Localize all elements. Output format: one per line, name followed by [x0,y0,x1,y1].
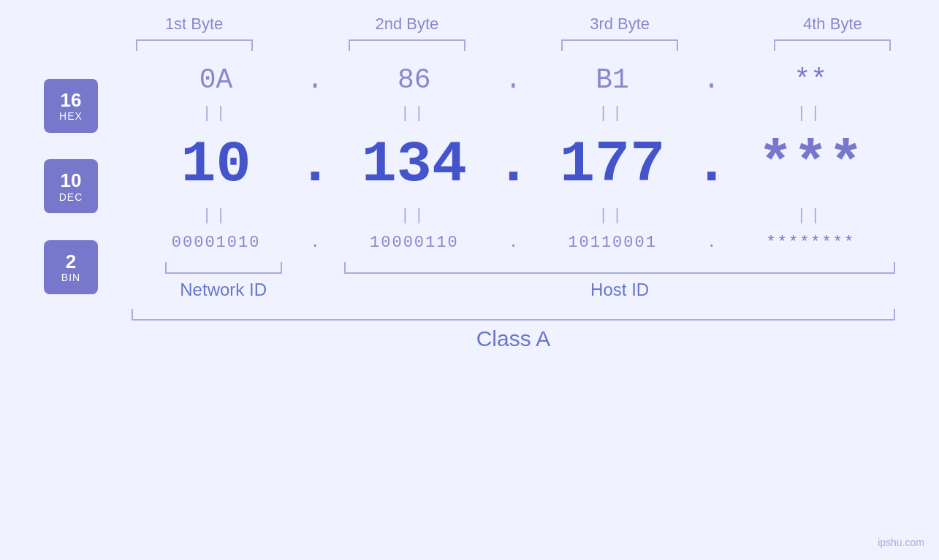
dec-badge: 10 DEC [44,159,98,213]
data-rows: 0A . 86 . B1 . ** [132,51,895,351]
hex-cell-4: ** [726,64,895,96]
dec-row: 10 . 134 . 177 . *** [132,126,895,204]
eq2-3: || [528,207,697,225]
bin-value-1: 00001010 [172,234,261,252]
byte-label-2: 2nd Byte [375,15,438,34]
dec-cell-3: 177 [528,131,697,198]
host-bracket-line [344,262,895,274]
hex-badge: 16 HEX [44,79,98,133]
byte-col-3: 3rd Byte [514,15,726,51]
network-id-bracket: Network ID [132,262,315,300]
equals-row-2: || || || || [132,204,895,228]
base-labels: 16 HEX 10 DEC 2 BIN [44,51,132,351]
bin-number: 2 [66,251,76,272]
eq1-2: || [330,104,498,123]
bin-value-4: ******** [767,234,856,252]
bin-name: BIN [61,272,80,283]
class-section: Class A [132,309,895,351]
watermark: ipshu.com [878,537,924,548]
bin-cell-3: 10110001 [528,234,697,252]
host-id-bracket: Host ID [344,262,895,300]
bin-value-3: 10110001 [568,234,657,252]
bracket-top-1 [136,39,253,51]
dec-cell-2: 134 [330,131,498,198]
dec-sep-1: . [300,131,330,198]
hex-value-1: 0A [199,64,233,96]
bin-cell-4: ******** [726,234,895,252]
bin-value-2: 10000110 [370,234,459,252]
hex-sep-2: . [499,64,528,96]
dec-sep-2: . [499,131,528,198]
hex-cell-3: B1 [528,64,697,96]
class-bracket-line [132,309,895,321]
bin-cell-1: 00001010 [132,234,300,252]
main-container: 1st Byte 2nd Byte 3rd Byte 4th Byte 16 H… [0,0,939,560]
id-brackets-row: Network ID Host ID [132,262,895,300]
hex-sep-1: . [300,64,330,96]
byte-col-4: 4th Byte [726,15,939,51]
class-label: Class A [476,326,551,351]
dec-value-4: *** [758,131,863,198]
hex-row: 0A . 86 . B1 . ** [132,51,895,101]
dec-sep-3: . [697,131,726,198]
network-bracket-line [165,262,282,274]
hex-sep-3: . [697,64,726,96]
hex-name: HEX [59,110,83,122]
dec-value-3: 177 [560,131,665,198]
bin-sep-1: . [300,234,330,252]
hex-cell-1: 0A [132,64,300,96]
bracket-top-4 [774,39,891,51]
eq2-1: || [132,207,300,225]
byte-col-1: 1st Byte [88,15,300,51]
eq1-3: || [528,104,697,123]
bin-sep-3: . [697,234,726,252]
hex-value-2: 86 [398,64,431,96]
content-area: 16 HEX 10 DEC 2 BIN 0A . [44,51,895,351]
bracket-top-2 [349,39,465,51]
dec-cell-1: 10 [132,131,300,198]
hex-value-3: B1 [596,64,629,96]
network-id-label: Network ID [180,280,267,300]
bin-badge: 2 BIN [44,240,98,294]
eq1-1: || [132,104,300,123]
host-id-label: Host ID [590,280,649,300]
byte-label-3: 3rd Byte [590,15,650,34]
id-spacer-1 [315,262,344,300]
byte-headers: 1st Byte 2nd Byte 3rd Byte 4th Byte [88,15,939,51]
eq1-4: || [726,104,895,123]
hex-cell-2: 86 [330,64,498,96]
hex-value-4: ** [794,64,828,96]
bracket-top-3 [561,39,678,51]
eq2-4: || [726,207,895,225]
byte-label-1: 1st Byte [165,15,223,34]
dec-value-2: 134 [362,131,467,198]
hex-number: 16 [61,90,82,111]
byte-label-4: 4th Byte [803,15,862,34]
bin-cell-2: 10000110 [330,234,498,252]
eq2-2: || [330,207,498,225]
equals-row-1: || || || || [132,101,895,126]
bin-row: 00001010 . 10000110 . 10110001 . [132,228,895,259]
bin-sep-2: . [499,234,528,252]
dec-name: DEC [59,191,83,203]
byte-col-2: 2nd Byte [300,15,513,51]
dec-cell-4: *** [726,131,895,198]
dec-number: 10 [61,170,82,191]
dec-value-1: 10 [181,131,251,198]
